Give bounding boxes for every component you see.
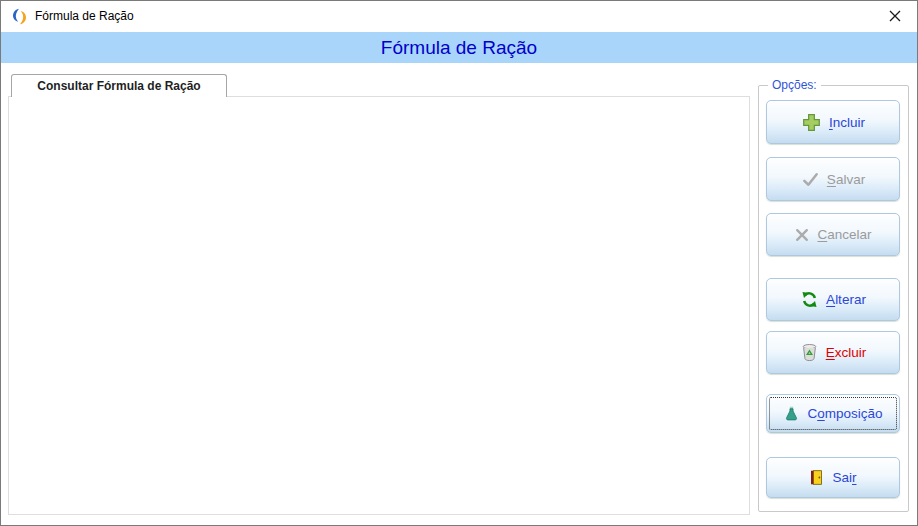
sair-button[interactable]: Sair (766, 457, 900, 498)
app-window: Fórmula de Ração Fórmula de Ração Consul… (0, 0, 918, 526)
alterar-button[interactable]: Alterar (766, 278, 900, 321)
page-title: Fórmula de Ração (381, 37, 537, 59)
trash-icon (800, 343, 819, 362)
title-bar: Fórmula de Ração (1, 1, 917, 32)
composicao-label: Composição (807, 406, 882, 421)
group-label-opcoes: Opções: (768, 78, 821, 92)
incluir-label: Incluir (829, 115, 865, 130)
door-icon (809, 469, 825, 486)
header-band: Fórmula de Ração (1, 32, 917, 63)
plus-icon (801, 112, 822, 133)
close-button[interactable] (872, 1, 917, 31)
flask-icon (783, 405, 800, 422)
close-icon (889, 10, 901, 22)
window-title: Fórmula de Ração (35, 9, 134, 23)
salvar-button[interactable]: Salvar (766, 157, 900, 201)
x-icon (794, 227, 810, 243)
excluir-label: Excluir (826, 345, 867, 360)
tab-consultar[interactable]: Consultar Fórmula de Ração (11, 74, 227, 97)
cancelar-label: Cancelar (817, 227, 871, 242)
alterar-label: Alterar (826, 292, 866, 307)
excluir-button[interactable]: Excluir (766, 331, 900, 374)
incluir-button[interactable]: Incluir (766, 100, 900, 144)
app-logo-icon (10, 7, 29, 26)
composicao-button[interactable]: Composição (766, 394, 900, 433)
cancelar-button[interactable]: Cancelar (766, 213, 900, 256)
refresh-icon (800, 290, 819, 309)
sair-label: Sair (832, 470, 856, 485)
salvar-label: Salvar (827, 172, 865, 187)
tab-page (8, 96, 750, 515)
check-icon (801, 170, 820, 189)
